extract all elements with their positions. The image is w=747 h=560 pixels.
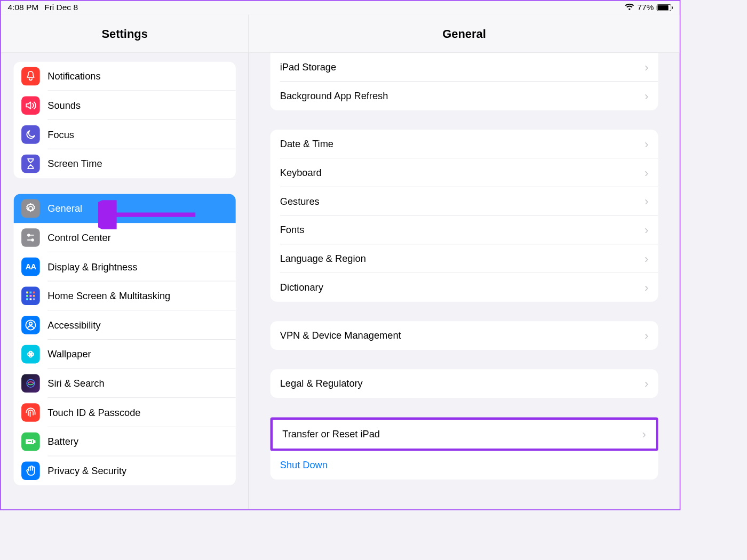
- status-time: 4:08 PM: [8, 3, 39, 12]
- detail-item-label: Legal & Regulatory: [280, 378, 363, 389]
- siri-icon: [21, 374, 40, 393]
- detail-item-label: Transfer or Reset iPad: [282, 429, 380, 440]
- chevron-right-icon: ›: [642, 428, 646, 440]
- svg-rect-8: [33, 298, 35, 300]
- detail-item-fonts[interactable]: Fonts›: [271, 215, 658, 244]
- hourglass-icon: [21, 155, 40, 173]
- sidebar-item-label: Home Screen & Multitasking: [47, 290, 170, 301]
- settings-sidebar: Settings NotificationsSoundsFocusScreen …: [1, 14, 249, 509]
- detail-item-label: iPad Storage: [280, 62, 336, 73]
- svg-rect-2: [33, 292, 35, 294]
- gear-icon: [21, 199, 40, 218]
- status-date: Fri Dec 8: [44, 3, 78, 12]
- sidebar-item-label: Accessibility: [47, 319, 100, 331]
- sidebar-item-label: Privacy & Security: [47, 465, 126, 476]
- svg-rect-4: [30, 295, 32, 297]
- sidebar-item-notifications[interactable]: Notifications: [14, 62, 236, 91]
- detail-pane: General iPad Storage›Background App Refr…: [249, 14, 679, 509]
- sidebar-item-screen-time[interactable]: Screen Time: [14, 149, 236, 179]
- sidebar-title: Settings: [1, 14, 249, 53]
- detail-item-label: Language & Region: [280, 253, 366, 265]
- sidebar-item-focus[interactable]: Focus: [14, 120, 236, 149]
- hand-icon: [21, 461, 40, 480]
- chevron-right-icon: ›: [645, 61, 648, 73]
- switches-icon: [21, 228, 40, 247]
- sidebar-item-control-center[interactable]: Control Center: [14, 223, 236, 252]
- chevron-right-icon: ›: [645, 330, 648, 341]
- sidebar-item-privacy[interactable]: Privacy & Security: [14, 456, 236, 485]
- detail-item-label: Shut Down: [280, 460, 328, 471]
- detail-item-label: VPN & Device Management: [280, 330, 401, 341]
- svg-rect-7: [30, 298, 32, 300]
- sidebar-item-label: Focus: [47, 129, 74, 140]
- detail-item-label: Fonts: [280, 225, 305, 236]
- sidebar-item-label: Display & Brightness: [47, 261, 137, 273]
- detail-item-label: Dictionary: [280, 282, 323, 293]
- detail-item-label: Keyboard: [280, 167, 322, 178]
- detail-item-lang-region[interactable]: Language & Region›: [271, 244, 658, 273]
- sidebar-item-sounds[interactable]: Sounds: [14, 91, 236, 120]
- detail-item-dictionary[interactable]: Dictionary›: [271, 273, 658, 302]
- detail-title: General: [249, 14, 679, 53]
- sidebar-item-siri[interactable]: Siri & Search: [14, 369, 236, 398]
- sidebar-item-touchid[interactable]: Touch ID & Passcode: [14, 398, 236, 427]
- sidebar-item-home-screen[interactable]: Home Screen & Multitasking: [14, 281, 236, 310]
- sidebar-item-label: Wallpaper: [47, 349, 91, 360]
- chevron-right-icon: ›: [645, 253, 648, 265]
- sidebar-item-wallpaper[interactable]: Wallpaper: [14, 340, 236, 369]
- detail-item-shutdown[interactable]: Shut Down: [271, 451, 658, 479]
- wifi-icon: [625, 3, 634, 12]
- battery-icon: [657, 4, 673, 11]
- detail-item-vpn[interactable]: VPN & Device Management›: [271, 321, 658, 350]
- detail-item-legal[interactable]: Legal & Regulatory›: [271, 369, 658, 398]
- aa-icon: AA: [21, 258, 40, 276]
- chevron-right-icon: ›: [645, 167, 648, 179]
- sidebar-item-label: General: [47, 203, 82, 214]
- svg-rect-1: [30, 292, 32, 294]
- detail-item-label: Date & Time: [280, 139, 333, 150]
- status-bar: 4:08 PM Fri Dec 8 77%: [1, 1, 680, 15]
- speaker-icon: [21, 96, 40, 115]
- bell-icon: [21, 67, 40, 86]
- battery-icon: [21, 433, 40, 451]
- person-circle-icon: [21, 316, 40, 334]
- flower-icon: [21, 345, 40, 364]
- sidebar-item-label: Siri & Search: [47, 378, 104, 389]
- detail-item-label: Gestures: [280, 196, 320, 207]
- sidebar-item-battery[interactable]: Battery: [14, 427, 236, 457]
- sidebar-item-label: Notifications: [47, 71, 100, 82]
- svg-rect-0: [26, 292, 28, 294]
- chevron-right-icon: ›: [645, 90, 648, 102]
- sidebar-item-label: Screen Time: [47, 158, 102, 170]
- detail-item-keyboard[interactable]: Keyboard›: [271, 158, 658, 187]
- detail-item-date-time[interactable]: Date & Time›: [271, 130, 658, 158]
- sidebar-item-label: Touch ID & Passcode: [47, 407, 140, 418]
- chevron-right-icon: ›: [645, 224, 648, 236]
- battery-pct: 77%: [637, 3, 654, 12]
- chevron-right-icon: ›: [645, 138, 648, 150]
- detail-item-transfer-reset[interactable]: Transfer or Reset iPad›: [273, 420, 656, 449]
- detail-item-bg-refresh[interactable]: Background App Refresh›: [271, 82, 658, 110]
- annotation-highlight: Transfer or Reset iPad›: [271, 418, 658, 451]
- chevron-right-icon: ›: [645, 282, 648, 293]
- fingerprint-icon: [21, 403, 40, 422]
- sidebar-item-accessibility[interactable]: Accessibility: [14, 310, 236, 340]
- moon-icon: [21, 125, 40, 144]
- svg-rect-3: [26, 295, 28, 297]
- detail-item-ipad-storage[interactable]: iPad Storage›: [271, 53, 658, 82]
- chevron-right-icon: ›: [645, 196, 648, 207]
- svg-rect-5: [33, 295, 35, 297]
- detail-item-label: Background App Refresh: [280, 90, 388, 101]
- sidebar-item-display[interactable]: AADisplay & Brightness: [14, 252, 236, 282]
- chevron-right-icon: ›: [645, 378, 648, 389]
- svg-rect-6: [26, 298, 28, 300]
- grid-icon: [21, 286, 40, 305]
- sidebar-item-label: Control Center: [47, 232, 110, 243]
- sidebar-item-label: Sounds: [47, 100, 81, 111]
- detail-item-gestures[interactable]: Gestures›: [271, 187, 658, 216]
- sidebar-item-general[interactable]: General: [14, 194, 236, 223]
- sidebar-item-label: Battery: [47, 436, 78, 447]
